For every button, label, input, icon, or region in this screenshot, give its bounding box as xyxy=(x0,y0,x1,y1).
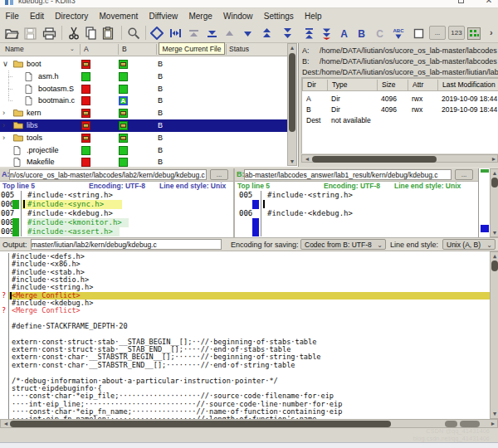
word-wrap-button-button[interactable]: ... xyxy=(429,26,446,40)
pane-b-browse-button[interactable]: ... xyxy=(455,169,473,180)
pane-b-path-input[interactable]: ab-master/labcodes_answer/lab1_result/ke… xyxy=(244,169,452,180)
menu-edit[interactable]: Edit xyxy=(24,12,49,21)
line-numbers-button-button[interactable]: 123 xyxy=(448,26,465,40)
menu-help[interactable]: Help xyxy=(299,12,327,21)
tree-row-libs[interactable]: ›libsB xyxy=(0,119,287,132)
scroll-thumb[interactable] xyxy=(491,261,498,271)
scroll-right-icon[interactable]: ► xyxy=(490,156,498,162)
delta-margin-block xyxy=(12,218,19,227)
close-button[interactable]: ✕ xyxy=(485,0,493,5)
cut-icon[interactable] xyxy=(66,26,81,41)
diff-vertical-scrollbar[interactable]: ▲▼ xyxy=(490,168,498,237)
tree-row-tools[interactable]: ›toolsB xyxy=(0,132,287,144)
tree-row-bootmain.c[interactable]: bootmain.cAB xyxy=(0,95,287,107)
diff-overview-column[interactable] xyxy=(478,168,490,237)
goto-last-delta-icon[interactable] xyxy=(204,26,219,41)
select-b-button[interactable]: B xyxy=(354,26,369,41)
goto-prev-conflict-icon[interactable] xyxy=(259,26,274,41)
output-horizontal-scrollbar[interactable]: ◄ ► xyxy=(0,419,498,428)
select-a-button[interactable]: A xyxy=(336,26,351,41)
goto-prev-delta-icon[interactable] xyxy=(222,26,237,41)
table-column-last-modification[interactable]: Last Modification xyxy=(442,80,496,89)
tree-row-asm.h[interactable]: asm.hB xyxy=(0,71,287,83)
tree-row-bootasm.S[interactable]: bootasm.SB xyxy=(0,83,287,95)
encoding-select[interactable]: Codec from B: UTF-8⌄ xyxy=(300,239,386,250)
scroll-thumb[interactable] xyxy=(289,53,295,132)
scroll-right-icon[interactable]: ► xyxy=(489,421,497,426)
collapse-icon[interactable]: ∨ xyxy=(2,60,10,68)
column-header-a[interactable]: A xyxy=(84,45,89,53)
menu-directory[interactable]: Directory xyxy=(50,12,94,21)
scroll-thumb[interactable] xyxy=(491,178,498,187)
scroll-down-icon[interactable]: ▼ xyxy=(491,230,498,236)
expand-icon[interactable]: › xyxy=(2,121,10,129)
scroll-left-icon[interactable]: ◄ xyxy=(2,421,10,426)
a-status-icon-red xyxy=(81,96,90,105)
merge-output-pane[interactable]: #include·<defs.h>#include·<x86.h>#includ… xyxy=(0,251,498,419)
toolbar-overflow-icon[interactable]: › xyxy=(490,27,493,37)
goto-first-delta-icon[interactable] xyxy=(186,26,201,41)
goto-prev-unsolved-conflict-icon[interactable] xyxy=(301,26,316,41)
select-c-button[interactable]: C xyxy=(372,26,387,41)
scroll-left-icon[interactable]: ◄ xyxy=(303,156,311,162)
menu-merge[interactable]: Merge xyxy=(183,12,218,21)
scroll-thumb[interactable] xyxy=(10,421,391,427)
code-line: 006#include·<kdebug.h> xyxy=(235,209,478,218)
margin-separator xyxy=(261,227,261,236)
pane-a-text[interactable]: 005#include·<string.h>006#include·<sync.… xyxy=(0,191,233,237)
save-icon[interactable] xyxy=(22,26,37,41)
menu-diffview[interactable]: Diffview xyxy=(144,12,183,21)
goto-current-delta-icon[interactable] xyxy=(149,26,164,41)
scroll-down-icon[interactable]: ▼ xyxy=(288,158,296,164)
tree-item-label: .projectile xyxy=(27,146,59,154)
table-column-type[interactable]: Type xyxy=(332,80,347,89)
bottom-strip xyxy=(0,442,498,448)
menu-window[interactable]: Window xyxy=(217,12,258,21)
column-header-name[interactable]: Name xyxy=(5,45,24,53)
goto-next-conflict-icon[interactable] xyxy=(280,26,295,41)
goto-next-delta-icon[interactable] xyxy=(240,26,255,41)
tree-row-Makefile[interactable]: MakefileB xyxy=(0,156,287,167)
scroll-up-icon[interactable]: ▲ xyxy=(491,253,498,260)
watermark: CSDN @qq_41431406blog.csdn.net/qq_414314… xyxy=(413,428,490,442)
scroll-thumb[interactable] xyxy=(312,156,437,163)
menu-movement[interactable]: Movement xyxy=(94,12,144,21)
pane-a-browse-button[interactable]: ... xyxy=(210,169,228,180)
open-icon[interactable] xyxy=(4,26,19,41)
menu-settings[interactable]: Settings xyxy=(258,12,299,21)
scroll-down-icon[interactable]: ▼ xyxy=(491,411,498,417)
tree-row-boot[interactable]: ∨bootB xyxy=(0,58,287,71)
output-path-input[interactable]: master/liutian/lab2/kern/debug/kdebug.c xyxy=(31,239,222,250)
table-column-attr[interactable]: Attr xyxy=(413,80,423,89)
copy-icon[interactable] xyxy=(83,26,98,41)
expand-icon[interactable]: › xyxy=(2,134,10,142)
menu-file[interactable]: File xyxy=(0,12,24,21)
tree-row-kern[interactable]: ›kernB xyxy=(0,107,287,119)
maximize-button[interactable] xyxy=(456,0,465,5)
unsolved-square-icon[interactable] xyxy=(411,26,426,41)
pane-a-path-input[interactable]: n/os/ucore_os_lab-master/labcodes/lab2/k… xyxy=(9,169,207,180)
expand-icon[interactable]: › xyxy=(2,109,10,117)
scroll-up-icon[interactable]: ▲ xyxy=(288,45,296,51)
line-end-select[interactable]: Unix (A, B)⌄ xyxy=(442,239,496,250)
table-column-size[interactable]: Size xyxy=(382,80,396,89)
auto-advance-icon[interactable]: ABC xyxy=(391,26,406,41)
whitespace-button-button[interactable] xyxy=(466,26,481,41)
merge-current-file-icon[interactable] xyxy=(168,26,183,41)
sort-indicator-icon[interactable]: ⌄ xyxy=(70,46,75,52)
print-icon[interactable] xyxy=(42,26,56,41)
margin-separator xyxy=(8,377,9,385)
tree-row-projectile[interactable]: .projectileB xyxy=(0,144,287,157)
pane-b-text[interactable]: 005#include·<string.h>006#include·<kdebu… xyxy=(235,191,478,237)
b-status-icon-green xyxy=(119,158,128,167)
column-header-status[interactable]: Status xyxy=(229,45,249,53)
output-vertical-scrollbar[interactable]: ▲▼ xyxy=(490,251,498,419)
info-horizontal-scrollbar[interactable]: ◄ ► xyxy=(301,154,498,163)
find-icon[interactable] xyxy=(126,26,141,41)
paste-icon[interactable] xyxy=(100,26,115,41)
tree-vertical-scrollbar[interactable]: ▲ ▼ xyxy=(287,43,297,166)
goto-next-unsolved-conflict-icon[interactable] xyxy=(319,26,334,41)
table-column-dir[interactable]: Dir xyxy=(307,80,316,89)
column-header-b[interactable]: B xyxy=(122,45,127,53)
scroll-up-icon[interactable]: ▲ xyxy=(491,170,498,176)
